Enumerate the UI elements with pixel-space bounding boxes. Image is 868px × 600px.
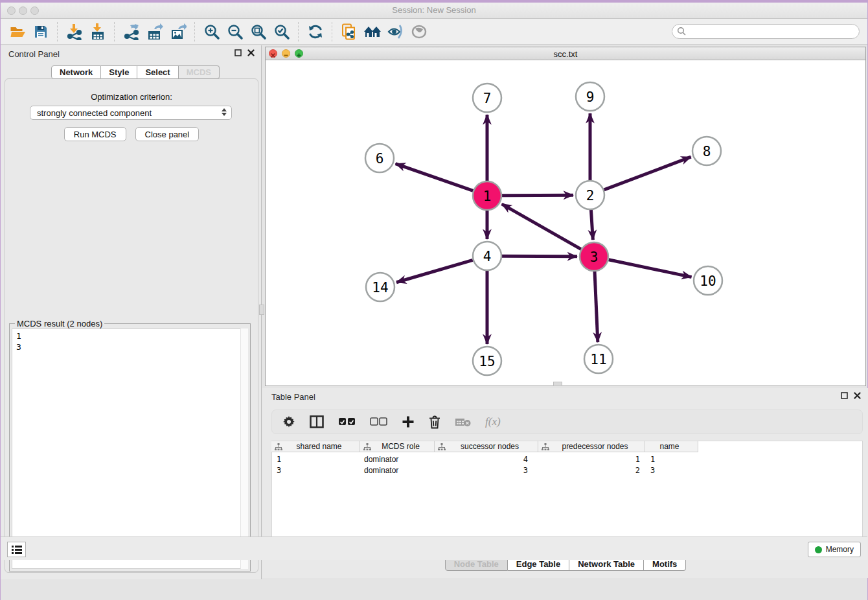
graph-edge-3-10[interactable] — [609, 260, 692, 277]
search-icon — [677, 27, 687, 36]
cell-name[interactable]: 1 — [645, 454, 698, 465]
table-toolbar: f(x) — [271, 410, 863, 434]
cell-shared-name[interactable]: 3 — [271, 465, 360, 476]
tab-mcds[interactable]: MCDS — [179, 65, 220, 79]
table-row[interactable]: 1 dominator 4 1 1 — [271, 454, 698, 465]
graph-node-label-8: 8 — [703, 144, 711, 159]
memory-label: Memory — [826, 545, 854, 554]
task-history-button[interactable] — [7, 542, 26, 557]
column-header-name[interactable]: name — [645, 441, 698, 452]
mcds-panel: Optimization criterion: strongly connect… — [5, 78, 258, 573]
table-header: shared name MCDS role successor nodes pr… — [271, 441, 698, 452]
zoom-fit-icon[interactable] — [247, 21, 270, 43]
graph-edge-2-8[interactable] — [604, 157, 691, 190]
graph-edge-3-11[interactable] — [595, 271, 598, 342]
cell-shared-name[interactable]: 1 — [271, 454, 360, 465]
export-network-icon[interactable] — [120, 21, 143, 43]
result-scrollbar[interactable] — [240, 329, 248, 569]
delete-column-icon[interactable] — [429, 415, 440, 429]
tab-select[interactable]: Select — [137, 65, 178, 79]
toolbar-separator — [194, 22, 196, 41]
network-graph[interactable]: 7968124314101511 — [266, 60, 865, 386]
clone-network-icon[interactable] — [337, 21, 361, 43]
delete-table-icon[interactable] — [455, 417, 471, 427]
cell-predecessor-nodes[interactable]: 1 — [538, 454, 645, 465]
network-window-titlebar[interactable]: scc.txt — [266, 47, 865, 60]
import-table-icon[interactable] — [86, 21, 109, 43]
graph-edge-1-2[interactable] — [502, 195, 573, 196]
apply-layout-icon[interactable] — [304, 21, 327, 43]
close-panel-button[interactable]: Close panel — [135, 127, 200, 141]
mcds-result-text[interactable]: 1 3 — [12, 329, 248, 569]
mcds-result-group: MCDS result (2 nodes) 1 3 — [9, 323, 251, 571]
graph-edge-1-6[interactable] — [396, 164, 474, 191]
graph-node-label-3: 3 — [590, 249, 599, 265]
column-type-icon — [363, 443, 371, 450]
panel-splitter-handle[interactable] — [553, 382, 562, 386]
network-canvas[interactable]: 7968124314101511 — [266, 60, 865, 386]
graph-node-label-4: 4 — [483, 249, 492, 264]
float-panel-icon[interactable] — [234, 49, 242, 56]
select-all-checkboxes-icon[interactable] — [338, 417, 356, 426]
export-table-icon[interactable] — [143, 21, 166, 43]
column-header-successor-nodes[interactable]: successor nodes — [435, 441, 538, 452]
run-mcds-button[interactable]: Run MCDS — [64, 127, 126, 141]
panel-splitter-handle[interactable] — [259, 305, 264, 315]
graph-edge-4-3[interactable] — [502, 256, 577, 257]
cell-successor-nodes[interactable]: 3 — [435, 465, 538, 476]
add-column-icon[interactable] — [402, 415, 415, 428]
graph-edge-4-14[interactable] — [396, 260, 473, 282]
cell-mcds-role[interactable]: dominator — [360, 465, 435, 476]
clear-checkboxes-icon[interactable] — [370, 417, 387, 426]
column-type-icon — [542, 443, 549, 450]
cell-successor-nodes[interactable]: 4 — [435, 454, 538, 465]
import-network-icon[interactable] — [63, 21, 86, 43]
zoom-selected-icon[interactable] — [270, 21, 293, 43]
toolbar-separator — [57, 22, 58, 41]
zoom-out-icon[interactable] — [223, 21, 247, 43]
save-session-icon[interactable] — [29, 21, 52, 43]
toolbar-separator — [114, 22, 115, 41]
graph-node-label-7: 7 — [483, 91, 492, 106]
column-header-shared-name[interactable]: shared name — [271, 441, 360, 452]
table-row[interactable]: 3 dominator 3 2 3 — [271, 465, 698, 476]
mcds-result-title: MCDS result (2 nodes) — [15, 319, 104, 329]
control-panel-tabs: Network Style Select MCDS — [51, 65, 220, 79]
graph-node-label-10: 10 — [700, 273, 716, 289]
settings-gear-icon[interactable] — [282, 415, 295, 428]
criterion-select[interactable]: strongly connected component — [30, 106, 232, 120]
graph-node-label-15: 15 — [479, 354, 495, 369]
column-type-icon — [438, 443, 446, 450]
criterion-value: strongly connected component — [37, 108, 152, 118]
search-input[interactable] — [689, 27, 859, 37]
show-all-icon[interactable] — [407, 21, 431, 43]
function-builder-icon[interactable]: f(x) — [485, 415, 501, 428]
hide-selected-icon[interactable] — [384, 21, 407, 43]
column-header-predecessor-nodes[interactable]: predecessor nodes — [538, 441, 645, 452]
tab-style[interactable]: Style — [101, 65, 137, 79]
toggle-panel-columns-icon[interactable] — [310, 415, 324, 428]
open-session-icon[interactable] — [6, 21, 29, 43]
cell-mcds-role[interactable]: dominator — [360, 454, 435, 465]
zoom-in-icon[interactable] — [200, 21, 223, 43]
close-panel-icon[interactable] — [247, 49, 255, 56]
column-type-icon — [275, 443, 282, 450]
cell-name[interactable]: 3 — [645, 465, 698, 476]
first-neighbors-icon[interactable] — [361, 21, 384, 43]
column-header-mcds-role[interactable]: MCDS role — [360, 441, 435, 452]
tab-network[interactable]: Network — [51, 65, 101, 79]
export-image-icon[interactable] — [166, 21, 190, 43]
float-panel-icon[interactable] — [841, 392, 848, 399]
list-icon — [11, 545, 23, 555]
close-panel-icon[interactable] — [854, 392, 861, 399]
graph-node-label-1: 1 — [483, 189, 492, 204]
graph-node-label-11: 11 — [590, 352, 606, 367]
table-panel-title: Table Panel — [271, 392, 315, 402]
graph-edge-2-3[interactable] — [591, 210, 593, 240]
desktop: Session: New Session — [0, 0, 868, 600]
network-view-window: scc.txt 7968124314101511 — [265, 47, 866, 386]
cell-predecessor-nodes[interactable]: 2 — [538, 465, 645, 476]
graph-edge-3-1[interactable] — [502, 204, 581, 249]
search-box[interactable] — [672, 24, 860, 39]
memory-button[interactable]: Memory — [808, 542, 861, 557]
